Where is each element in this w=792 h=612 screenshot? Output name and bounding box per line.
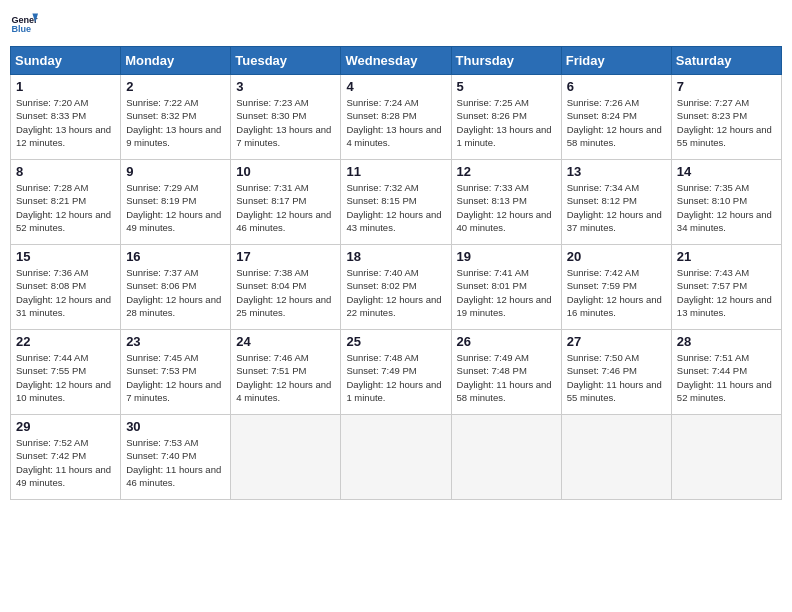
calendar-header-row: Sunday Monday Tuesday Wednesday Thursday… bbox=[11, 47, 782, 75]
page: General Blue Sunday Monday Tuesday Wedne… bbox=[0, 0, 792, 612]
day-info: Sunrise: 7:43 AMSunset: 7:57 PMDaylight:… bbox=[677, 266, 776, 319]
calendar-day-cell: 24 Sunrise: 7:46 AMSunset: 7:51 PMDaylig… bbox=[231, 330, 341, 415]
day-info: Sunrise: 7:34 AMSunset: 8:12 PMDaylight:… bbox=[567, 181, 666, 234]
day-number: 27 bbox=[567, 334, 666, 349]
calendar-week-row: 29 Sunrise: 7:52 AMSunset: 7:42 PMDaylig… bbox=[11, 415, 782, 500]
calendar-day-cell bbox=[561, 415, 671, 500]
day-info: Sunrise: 7:48 AMSunset: 7:49 PMDaylight:… bbox=[346, 351, 445, 404]
header: General Blue bbox=[10, 10, 782, 38]
calendar-day-cell: 25 Sunrise: 7:48 AMSunset: 7:49 PMDaylig… bbox=[341, 330, 451, 415]
calendar-table: Sunday Monday Tuesday Wednesday Thursday… bbox=[10, 46, 782, 500]
col-wednesday: Wednesday bbox=[341, 47, 451, 75]
day-number: 3 bbox=[236, 79, 335, 94]
calendar-day-cell: 22 Sunrise: 7:44 AMSunset: 7:55 PMDaylig… bbox=[11, 330, 121, 415]
calendar-day-cell: 3 Sunrise: 7:23 AMSunset: 8:30 PMDayligh… bbox=[231, 75, 341, 160]
day-number: 15 bbox=[16, 249, 115, 264]
calendar-week-row: 1 Sunrise: 7:20 AMSunset: 8:33 PMDayligh… bbox=[11, 75, 782, 160]
day-number: 20 bbox=[567, 249, 666, 264]
logo-icon: General Blue bbox=[10, 10, 38, 38]
day-info: Sunrise: 7:25 AMSunset: 8:26 PMDaylight:… bbox=[457, 96, 556, 149]
day-number: 2 bbox=[126, 79, 225, 94]
day-number: 4 bbox=[346, 79, 445, 94]
day-number: 9 bbox=[126, 164, 225, 179]
day-info: Sunrise: 7:32 AMSunset: 8:15 PMDaylight:… bbox=[346, 181, 445, 234]
calendar-day-cell bbox=[671, 415, 781, 500]
calendar-day-cell: 6 Sunrise: 7:26 AMSunset: 8:24 PMDayligh… bbox=[561, 75, 671, 160]
day-number: 13 bbox=[567, 164, 666, 179]
day-info: Sunrise: 7:31 AMSunset: 8:17 PMDaylight:… bbox=[236, 181, 335, 234]
day-info: Sunrise: 7:42 AMSunset: 7:59 PMDaylight:… bbox=[567, 266, 666, 319]
calendar-day-cell: 12 Sunrise: 7:33 AMSunset: 8:13 PMDaylig… bbox=[451, 160, 561, 245]
calendar-week-row: 8 Sunrise: 7:28 AMSunset: 8:21 PMDayligh… bbox=[11, 160, 782, 245]
calendar-day-cell: 9 Sunrise: 7:29 AMSunset: 8:19 PMDayligh… bbox=[121, 160, 231, 245]
col-thursday: Thursday bbox=[451, 47, 561, 75]
calendar-day-cell: 16 Sunrise: 7:37 AMSunset: 8:06 PMDaylig… bbox=[121, 245, 231, 330]
day-number: 12 bbox=[457, 164, 556, 179]
calendar-week-row: 15 Sunrise: 7:36 AMSunset: 8:08 PMDaylig… bbox=[11, 245, 782, 330]
calendar-day-cell: 20 Sunrise: 7:42 AMSunset: 7:59 PMDaylig… bbox=[561, 245, 671, 330]
calendar-day-cell: 30 Sunrise: 7:53 AMSunset: 7:40 PMDaylig… bbox=[121, 415, 231, 500]
calendar-day-cell: 27 Sunrise: 7:50 AMSunset: 7:46 PMDaylig… bbox=[561, 330, 671, 415]
day-number: 8 bbox=[16, 164, 115, 179]
day-info: Sunrise: 7:45 AMSunset: 7:53 PMDaylight:… bbox=[126, 351, 225, 404]
day-info: Sunrise: 7:35 AMSunset: 8:10 PMDaylight:… bbox=[677, 181, 776, 234]
day-number: 30 bbox=[126, 419, 225, 434]
calendar-day-cell bbox=[231, 415, 341, 500]
calendar-day-cell bbox=[341, 415, 451, 500]
day-info: Sunrise: 7:51 AMSunset: 7:44 PMDaylight:… bbox=[677, 351, 776, 404]
day-number: 11 bbox=[346, 164, 445, 179]
calendar-day-cell: 17 Sunrise: 7:38 AMSunset: 8:04 PMDaylig… bbox=[231, 245, 341, 330]
col-monday: Monday bbox=[121, 47, 231, 75]
calendar-day-cell: 26 Sunrise: 7:49 AMSunset: 7:48 PMDaylig… bbox=[451, 330, 561, 415]
col-friday: Friday bbox=[561, 47, 671, 75]
calendar-day-cell bbox=[451, 415, 561, 500]
calendar-day-cell: 14 Sunrise: 7:35 AMSunset: 8:10 PMDaylig… bbox=[671, 160, 781, 245]
day-number: 26 bbox=[457, 334, 556, 349]
day-number: 14 bbox=[677, 164, 776, 179]
day-info: Sunrise: 7:49 AMSunset: 7:48 PMDaylight:… bbox=[457, 351, 556, 404]
day-number: 10 bbox=[236, 164, 335, 179]
calendar-day-cell: 4 Sunrise: 7:24 AMSunset: 8:28 PMDayligh… bbox=[341, 75, 451, 160]
day-info: Sunrise: 7:40 AMSunset: 8:02 PMDaylight:… bbox=[346, 266, 445, 319]
day-info: Sunrise: 7:46 AMSunset: 7:51 PMDaylight:… bbox=[236, 351, 335, 404]
day-info: Sunrise: 7:27 AMSunset: 8:23 PMDaylight:… bbox=[677, 96, 776, 149]
day-number: 23 bbox=[126, 334, 225, 349]
calendar-week-row: 22 Sunrise: 7:44 AMSunset: 7:55 PMDaylig… bbox=[11, 330, 782, 415]
day-number: 22 bbox=[16, 334, 115, 349]
day-number: 1 bbox=[16, 79, 115, 94]
day-number: 29 bbox=[16, 419, 115, 434]
calendar-day-cell: 8 Sunrise: 7:28 AMSunset: 8:21 PMDayligh… bbox=[11, 160, 121, 245]
calendar-day-cell: 21 Sunrise: 7:43 AMSunset: 7:57 PMDaylig… bbox=[671, 245, 781, 330]
day-number: 18 bbox=[346, 249, 445, 264]
day-info: Sunrise: 7:41 AMSunset: 8:01 PMDaylight:… bbox=[457, 266, 556, 319]
day-number: 24 bbox=[236, 334, 335, 349]
day-info: Sunrise: 7:26 AMSunset: 8:24 PMDaylight:… bbox=[567, 96, 666, 149]
day-info: Sunrise: 7:33 AMSunset: 8:13 PMDaylight:… bbox=[457, 181, 556, 234]
calendar-day-cell: 28 Sunrise: 7:51 AMSunset: 7:44 PMDaylig… bbox=[671, 330, 781, 415]
svg-text:Blue: Blue bbox=[11, 24, 31, 34]
col-sunday: Sunday bbox=[11, 47, 121, 75]
calendar-day-cell: 15 Sunrise: 7:36 AMSunset: 8:08 PMDaylig… bbox=[11, 245, 121, 330]
day-info: Sunrise: 7:24 AMSunset: 8:28 PMDaylight:… bbox=[346, 96, 445, 149]
calendar-day-cell: 2 Sunrise: 7:22 AMSunset: 8:32 PMDayligh… bbox=[121, 75, 231, 160]
col-tuesday: Tuesday bbox=[231, 47, 341, 75]
day-info: Sunrise: 7:28 AMSunset: 8:21 PMDaylight:… bbox=[16, 181, 115, 234]
calendar-day-cell: 18 Sunrise: 7:40 AMSunset: 8:02 PMDaylig… bbox=[341, 245, 451, 330]
day-number: 25 bbox=[346, 334, 445, 349]
day-number: 5 bbox=[457, 79, 556, 94]
day-number: 28 bbox=[677, 334, 776, 349]
day-info: Sunrise: 7:50 AMSunset: 7:46 PMDaylight:… bbox=[567, 351, 666, 404]
day-info: Sunrise: 7:20 AMSunset: 8:33 PMDaylight:… bbox=[16, 96, 115, 149]
day-info: Sunrise: 7:38 AMSunset: 8:04 PMDaylight:… bbox=[236, 266, 335, 319]
calendar-day-cell: 29 Sunrise: 7:52 AMSunset: 7:42 PMDaylig… bbox=[11, 415, 121, 500]
day-info: Sunrise: 7:53 AMSunset: 7:40 PMDaylight:… bbox=[126, 436, 225, 489]
day-number: 19 bbox=[457, 249, 556, 264]
logo: General Blue bbox=[10, 10, 42, 38]
calendar-day-cell: 7 Sunrise: 7:27 AMSunset: 8:23 PMDayligh… bbox=[671, 75, 781, 160]
day-number: 21 bbox=[677, 249, 776, 264]
calendar-day-cell: 5 Sunrise: 7:25 AMSunset: 8:26 PMDayligh… bbox=[451, 75, 561, 160]
day-info: Sunrise: 7:52 AMSunset: 7:42 PMDaylight:… bbox=[16, 436, 115, 489]
day-info: Sunrise: 7:36 AMSunset: 8:08 PMDaylight:… bbox=[16, 266, 115, 319]
day-info: Sunrise: 7:44 AMSunset: 7:55 PMDaylight:… bbox=[16, 351, 115, 404]
calendar-day-cell: 11 Sunrise: 7:32 AMSunset: 8:15 PMDaylig… bbox=[341, 160, 451, 245]
